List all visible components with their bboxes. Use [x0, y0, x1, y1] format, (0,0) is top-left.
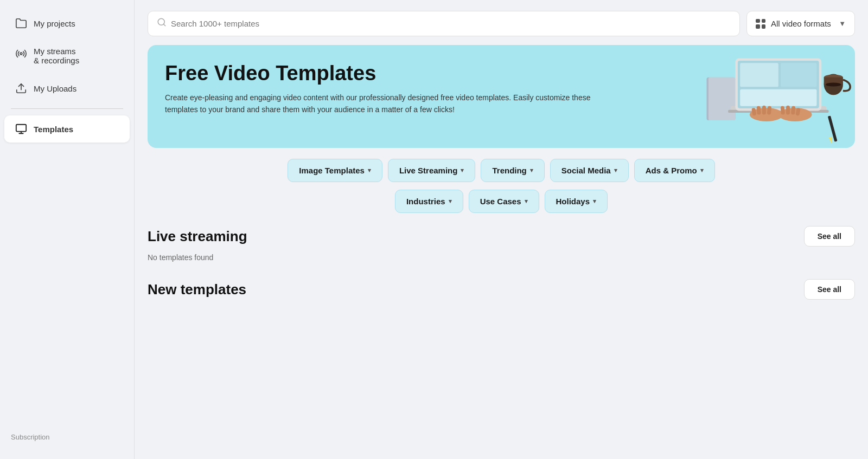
category-pill-ads-promo[interactable]: Ads & Promo ▾ [634, 159, 715, 182]
hero-banner: Free Video Templates Create eye-pleasing… [148, 45, 855, 148]
search-wrapper [148, 11, 740, 36]
sidebar-divider [11, 108, 123, 109]
category-label: Image Templates [299, 166, 365, 175]
new-templates-section-title: New templates [148, 281, 246, 298]
sidebar: My projects My streams & recordings My U… [0, 0, 135, 459]
hero-text: Free Video Templates Create eye-pleasing… [165, 62, 602, 116]
category-pill-use-cases[interactable]: Use Cases ▾ [469, 190, 539, 213]
category-label: Live Streaming [399, 166, 458, 175]
svg-rect-24 [762, 106, 766, 115]
sidebar-item-label: My streams & recordings [34, 47, 79, 65]
folder-icon [15, 17, 27, 29]
svg-rect-18 [781, 63, 816, 87]
svg-rect-19 [740, 89, 816, 106]
new-templates-section: New templates See all [148, 279, 855, 300]
svg-point-0 [20, 53, 22, 55]
category-pill-live-streaming[interactable]: Live Streaming ▾ [388, 159, 476, 182]
sidebar-item-label: My Uploads [34, 84, 76, 93]
chevron-down-icon: ▾ [461, 167, 464, 174]
no-templates-text: No templates found [148, 253, 855, 262]
sidebar-item-my-projects[interactable]: My projects [4, 10, 130, 37]
category-pill-holidays[interactable]: Holidays ▾ [545, 190, 608, 213]
category-pill-industries[interactable]: Industries ▾ [395, 190, 463, 213]
sidebar-item-label: My projects [34, 19, 75, 28]
category-label: Trending [492, 166, 526, 175]
category-label: Industries [406, 197, 445, 206]
sidebar-item-my-uploads[interactable]: My Uploads [4, 75, 130, 102]
category-label: Social Media [561, 166, 611, 175]
chevron-down-icon: ▾ [525, 198, 528, 205]
category-pill-image-templates[interactable]: Image Templates ▾ [288, 159, 382, 182]
hero-illustration [692, 48, 855, 145]
chevron-down-icon: ▾ [614, 167, 617, 174]
svg-line-4 [163, 24, 165, 25]
category-row-2: Industries ▾ Use Cases ▾ Holidays ▾ [148, 190, 855, 213]
category-label: Holidays [556, 197, 590, 206]
search-input[interactable] [167, 11, 731, 36]
see-all-new-templates-button[interactable]: See all [804, 279, 855, 300]
svg-rect-7 [709, 77, 735, 120]
category-pill-trending[interactable]: Trending ▾ [481, 159, 544, 182]
category-label: Ads & Promo [646, 166, 697, 175]
category-row: Image Templates ▾ Live Streaming ▾ Trend… [148, 159, 855, 182]
sidebar-bottom: Subscription [0, 423, 134, 450]
format-select-label: All video formats [771, 19, 831, 28]
section-header-new-templates: New templates See all [148, 279, 855, 300]
broadcast-icon [15, 48, 27, 60]
svg-rect-17 [740, 63, 778, 87]
sidebar-item-label: Templates [34, 125, 73, 134]
main-content: All video formats ▼ Free Video Templates… [135, 0, 868, 459]
category-pill-social-media[interactable]: Social Media ▾ [550, 159, 629, 182]
chevron-down-icon: ▾ [368, 167, 371, 174]
search-bar-row: All video formats ▼ [148, 11, 855, 36]
upload-icon [15, 82, 27, 94]
search-icon [157, 17, 167, 30]
svg-rect-27 [786, 106, 790, 115]
chevron-down-icon: ▾ [700, 167, 704, 174]
video-template-icon [15, 123, 27, 135]
chevron-down-icon: ▾ [449, 198, 452, 205]
hero-description: Create eye-pleasing and engaging video c… [165, 92, 602, 116]
live-streaming-section-title: Live streaming [148, 228, 247, 245]
svg-point-11 [826, 82, 841, 86]
grid-icon [756, 19, 765, 29]
hero-title: Free Video Templates [165, 62, 602, 85]
section-header-live-streaming: Live streaming See all [148, 226, 855, 247]
subscription-label: Subscription [11, 433, 50, 441]
hero-image [671, 45, 855, 148]
sidebar-item-my-streams-recordings[interactable]: My streams & recordings [4, 39, 130, 73]
chevron-down-icon: ▾ [530, 167, 533, 174]
see-all-live-streaming-button[interactable]: See all [804, 226, 855, 247]
live-streaming-section: Live streaming See all No templates foun… [148, 226, 855, 262]
sidebar-item-templates[interactable]: Templates [4, 115, 130, 143]
svg-rect-2 [16, 125, 26, 132]
format-select[interactable]: All video formats ▼ [746, 11, 855, 36]
category-label: Use Cases [480, 197, 521, 206]
chevron-down-icon: ▾ [593, 198, 596, 205]
chevron-down-icon: ▼ [839, 20, 846, 28]
